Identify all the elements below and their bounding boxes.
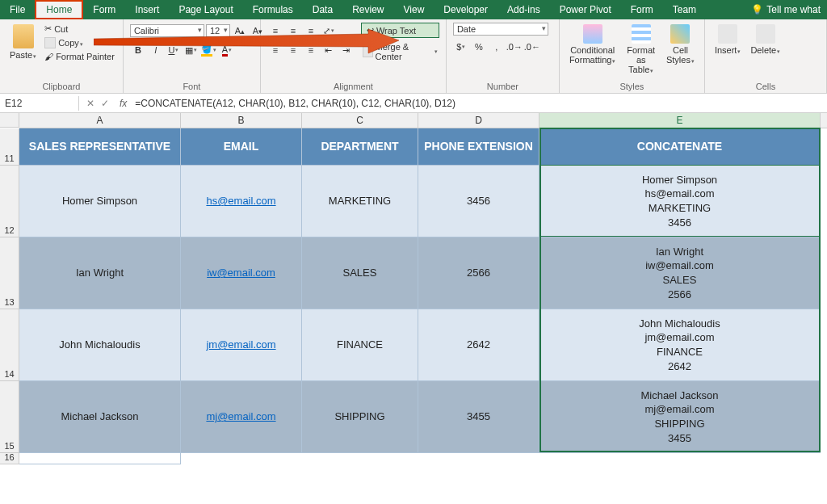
- number-format-combo[interactable]: Date: [453, 23, 548, 36]
- cell-e15[interactable]: Michael Jackson mj@email.com SHIPPING 34…: [539, 381, 821, 453]
- cell-b13[interactable]: iw@email.com: [181, 237, 302, 309]
- format-painter-button[interactable]: 🖌Format Painter: [43, 51, 116, 62]
- italic-button[interactable]: I: [148, 42, 164, 58]
- copy-button[interactable]: Copy: [43, 36, 116, 49]
- tab-form2[interactable]: Form: [621, 0, 663, 19]
- cell-c12[interactable]: MARKETING: [302, 166, 418, 237]
- cut-button[interactable]: ✂Cut: [43, 23, 116, 35]
- insert-cells-button[interactable]: Insert: [712, 23, 745, 57]
- row-header-13[interactable]: 13: [0, 237, 19, 309]
- font-color-button[interactable]: A: [219, 42, 235, 58]
- ribbon: Paste ✂Cut Copy 🖌Format Painter Clipboar…: [0, 19, 827, 94]
- cell-a15[interactable]: Michael Jackson: [19, 381, 181, 453]
- cell-d13[interactable]: 2566: [418, 237, 539, 309]
- select-all-corner[interactable]: [0, 113, 19, 128]
- tell-me-search[interactable]: 💡 Tell me what: [745, 0, 827, 19]
- cell-styles-button[interactable]: Cell Styles: [663, 23, 698, 66]
- fx-icon[interactable]: fx: [116, 98, 130, 109]
- tab-developer[interactable]: Developer: [434, 0, 497, 19]
- cell-c13[interactable]: SALES: [302, 237, 418, 309]
- cell-a14[interactable]: John Michaloudis: [19, 309, 181, 381]
- wrap-text-button[interactable]: ↩Wrap Text: [361, 23, 439, 38]
- cell-a16[interactable]: [19, 453, 181, 464]
- header-concatenate[interactable]: CONCATENATE: [539, 128, 821, 166]
- align-top-button[interactable]: ≡: [267, 23, 283, 39]
- email-link[interactable]: mj@email.com: [206, 410, 275, 424]
- percent-format-button[interactable]: %: [471, 39, 487, 55]
- cell-e13[interactable]: Ian Wright iw@email.com SALES 2566: [539, 237, 821, 309]
- merge-center-button[interactable]: Merge & Center: [361, 41, 439, 62]
- font-size-combo[interactable]: 12: [206, 24, 230, 37]
- lightbulb-icon: 💡: [751, 4, 763, 15]
- comma-format-button[interactable]: ,: [489, 39, 505, 55]
- row-header-16[interactable]: 16: [0, 453, 19, 464]
- align-bottom-button[interactable]: ≡: [303, 23, 319, 39]
- email-link[interactable]: iw@email.com: [207, 266, 275, 280]
- align-right-button[interactable]: ≡: [303, 42, 319, 58]
- paste-button[interactable]: Paste: [6, 23, 40, 61]
- header-department[interactable]: DEPARTMENT: [302, 128, 418, 166]
- tab-team[interactable]: Team: [663, 0, 706, 19]
- cell-d12[interactable]: 3456: [418, 166, 539, 237]
- decrease-decimal-button[interactable]: .0←: [524, 39, 540, 55]
- cancel-formula-button[interactable]: ✕: [84, 98, 97, 109]
- enter-formula-button[interactable]: ✓: [99, 98, 111, 109]
- fill-color-button[interactable]: 🪣: [201, 42, 217, 58]
- cell-c15[interactable]: SHIPPING: [302, 381, 418, 453]
- decrease-indent-button[interactable]: ⇤: [321, 42, 337, 58]
- email-link[interactable]: hs@email.com: [206, 194, 275, 208]
- row-header-15[interactable]: 15: [0, 381, 19, 453]
- increase-decimal-button[interactable]: .0→: [506, 39, 523, 55]
- tab-view[interactable]: View: [394, 0, 434, 19]
- cell-a12[interactable]: Homer Simpson: [19, 166, 181, 237]
- cell-e12[interactable]: Homer Simpson hs@email.com MARKETING 345…: [539, 166, 821, 237]
- align-center-button[interactable]: ≡: [285, 42, 301, 58]
- font-face-combo[interactable]: Calibri: [130, 24, 204, 37]
- row-header-12[interactable]: 12: [0, 166, 19, 237]
- col-header-a[interactable]: A: [19, 113, 181, 128]
- tab-power-pivot[interactable]: Power Pivot: [550, 0, 621, 19]
- cell-b14[interactable]: jm@email.com: [181, 309, 302, 381]
- worksheet[interactable]: A B C D E 11 SALES REPRESENTATIVE EMAIL …: [0, 113, 827, 464]
- delete-cells-button[interactable]: Delete: [747, 23, 783, 57]
- orientation-button[interactable]: ⤢: [321, 23, 337, 39]
- tab-home[interactable]: Home: [35, 0, 83, 19]
- increase-font-button[interactable]: A▴: [232, 23, 248, 39]
- cell-b15[interactable]: mj@email.com: [181, 381, 302, 453]
- border-button[interactable]: ▦: [183, 42, 199, 58]
- formula-input[interactable]: =CONCATENATE(A12, CHAR(10), B12, CHAR(10…: [130, 96, 827, 111]
- accounting-format-button[interactable]: $: [453, 39, 469, 55]
- header-phone[interactable]: PHONE EXTENSION: [418, 128, 539, 166]
- header-sales-rep[interactable]: SALES REPRESENTATIVE: [19, 128, 181, 166]
- tab-addins[interactable]: Add-ins: [497, 0, 550, 19]
- cell-b12[interactable]: hs@email.com: [181, 166, 302, 237]
- align-middle-button[interactable]: ≡: [285, 23, 301, 39]
- tab-formulas[interactable]: Formulas: [243, 0, 303, 19]
- col-header-c[interactable]: C: [302, 113, 418, 128]
- underline-button[interactable]: U: [166, 42, 182, 58]
- row-header-11[interactable]: 11: [0, 128, 19, 166]
- tab-page-layout[interactable]: Page Layout: [169, 0, 242, 19]
- row-header-14[interactable]: 14: [0, 309, 19, 381]
- header-email[interactable]: EMAIL: [181, 128, 302, 166]
- tab-review[interactable]: Review: [342, 0, 393, 19]
- format-as-table-button[interactable]: Format as Table: [622, 23, 659, 76]
- email-link[interactable]: jm@email.com: [206, 338, 275, 352]
- col-header-e[interactable]: E: [539, 113, 821, 128]
- tab-form[interactable]: Form: [83, 0, 125, 19]
- tab-data[interactable]: Data: [303, 0, 342, 19]
- increase-indent-button[interactable]: ⇥: [338, 42, 355, 58]
- cell-e14[interactable]: John Michaloudis jm@email.com FINANCE 26…: [539, 309, 821, 381]
- cell-c14[interactable]: FINANCE: [302, 309, 418, 381]
- align-left-button[interactable]: ≡: [267, 42, 283, 58]
- bold-button[interactable]: B: [130, 42, 146, 58]
- name-box[interactable]: E12: [0, 96, 79, 111]
- tab-insert[interactable]: Insert: [125, 0, 169, 19]
- conditional-formatting-button[interactable]: Conditional Formatting: [566, 23, 619, 66]
- col-header-d[interactable]: D: [418, 113, 539, 128]
- tab-file[interactable]: File: [0, 0, 35, 19]
- cell-d15[interactable]: 3455: [418, 381, 539, 453]
- cell-d14[interactable]: 2642: [418, 309, 539, 381]
- col-header-b[interactable]: B: [181, 113, 302, 128]
- cell-a13[interactable]: Ian Wright: [19, 237, 181, 309]
